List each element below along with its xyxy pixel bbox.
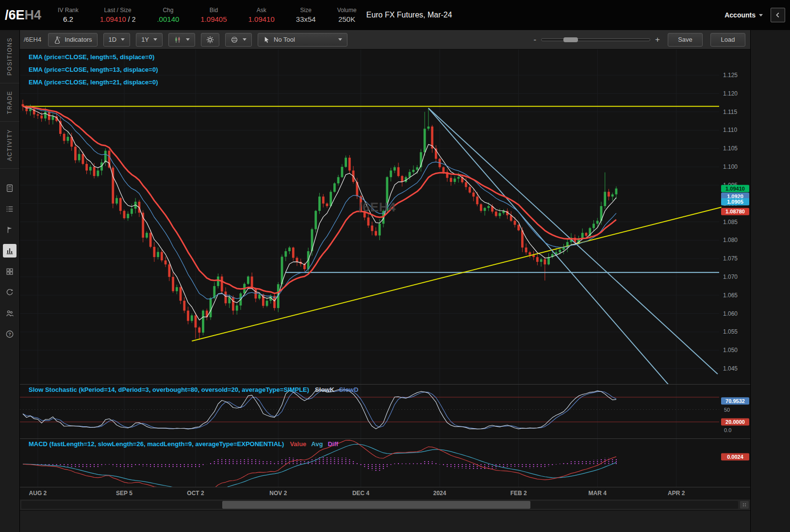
candlestick-series bbox=[22, 100, 618, 340]
macd-panel[interactable]: 0.0024 MACD (fastLength=12, slowLength=2… bbox=[20, 438, 750, 487]
study-label-ema5[interactable]: EMA (price=CLOSE, length=5, displace=0) bbox=[29, 53, 154, 61]
sidebar-tab-label: TRADE bbox=[6, 91, 13, 114]
slowd-label: SlowD bbox=[339, 386, 359, 393]
accounts-menu[interactable]: Accounts bbox=[724, 11, 763, 19]
svg-text:1.120: 1.120 bbox=[723, 90, 738, 97]
x-axis-label: MAR 4 bbox=[589, 490, 607, 497]
quote-field-iv-rank: IV Rank6.2 bbox=[58, 7, 79, 23]
chart-column: /6EH4 Indicators 1D 1Y bbox=[20, 30, 750, 532]
symbol-title: /6E H4 bbox=[5, 8, 41, 23]
chevron-down-icon bbox=[759, 14, 763, 16]
svg-text:1.105: 1.105 bbox=[723, 145, 738, 152]
svg-text:1.110: 1.110 bbox=[723, 127, 737, 133]
time-axis: AUG 2SEP 5OCT 2NOV 2DEC 42024FEB 2MAR 4A… bbox=[20, 487, 750, 500]
sidebar-tab-trade[interactable]: TRADE bbox=[0, 83, 19, 122]
sidebar-help-icon[interactable]: ? bbox=[3, 327, 16, 341]
quote-field-bid: Bid1.09405 bbox=[200, 7, 227, 23]
quote-field-label: Volume bbox=[337, 7, 357, 14]
study-label-macd[interactable]: MACD (fastLength=12, slowLength=26, macd… bbox=[29, 440, 338, 448]
sidebar-list-icon[interactable] bbox=[3, 202, 16, 216]
chart-settings-button[interactable] bbox=[201, 33, 219, 47]
svg-text:1.060: 1.060 bbox=[723, 310, 738, 317]
symbol-watermark: /6EH4 bbox=[359, 200, 396, 215]
x-axis-label: OCT 2 bbox=[187, 490, 204, 497]
macd-value-label: Value bbox=[290, 440, 306, 448]
instrument-description: Euro FX Futures, Mar-24 bbox=[366, 11, 452, 19]
zoom-control: - + bbox=[533, 35, 660, 45]
sidebar-people-icon[interactable] bbox=[3, 306, 16, 320]
price-chart[interactable]: 1.1251.1201.1151.1101.1051.1001.0951.090… bbox=[20, 49, 750, 384]
svg-text:1.075: 1.075 bbox=[723, 255, 738, 262]
save-button[interactable]: Save bbox=[668, 33, 703, 47]
x-axis-label: 2024 bbox=[433, 490, 446, 497]
zoom-slider-handle[interactable] bbox=[563, 37, 578, 42]
quote-field-chg: Chg.00140 bbox=[157, 7, 179, 23]
quote-field-value: 6.2 bbox=[58, 15, 79, 23]
aggregation-dropdown[interactable]: 1D bbox=[103, 33, 131, 47]
svg-text:1.085: 1.085 bbox=[723, 219, 738, 226]
scrollbar-track[interactable] bbox=[21, 501, 738, 509]
zoom-slider[interactable] bbox=[541, 38, 650, 41]
accounts-label: Accounts bbox=[724, 11, 756, 19]
study-label-ema21[interactable]: EMA (price=CLOSE, length=21, displace=0) bbox=[29, 79, 158, 86]
quote-field-label: Size bbox=[296, 7, 316, 14]
stochastic-title: Slow Stochastic (kPeriod=14, dPeriod=3, … bbox=[29, 386, 309, 393]
collapse-panel-button[interactable] bbox=[771, 8, 785, 22]
symbol-month: H4 bbox=[25, 8, 42, 23]
svg-text:?: ? bbox=[8, 332, 11, 337]
svg-text:1.125: 1.125 bbox=[723, 72, 738, 79]
svg-text:70.9532: 70.9532 bbox=[725, 398, 745, 404]
load-label: Load bbox=[721, 36, 735, 43]
sidebar-tab-activity[interactable]: ACTIVITY bbox=[0, 122, 19, 169]
drawings-icon bbox=[230, 36, 238, 44]
sidebar-refresh-icon[interactable] bbox=[3, 286, 16, 299]
chevron-down-icon bbox=[186, 38, 190, 41]
svg-text:1.0905: 1.0905 bbox=[727, 199, 743, 205]
chevron-left-icon bbox=[774, 12, 781, 18]
svg-text:1.100: 1.100 bbox=[723, 163, 738, 170]
scrollbar-corner-button[interactable] bbox=[740, 501, 749, 509]
quote-field-label: Ask bbox=[248, 7, 275, 14]
svg-text:20.0000: 20.0000 bbox=[725, 419, 745, 425]
symbol-root: /6E bbox=[5, 8, 25, 23]
zoom-out-button[interactable]: - bbox=[533, 35, 536, 45]
sidebar-flag-icon[interactable] bbox=[3, 223, 16, 237]
price-panel[interactable]: 1.1251.1201.1151.1101.1051.1001.0951.090… bbox=[20, 49, 750, 384]
range-dropdown[interactable]: 1Y bbox=[136, 33, 163, 47]
svg-text:1.045: 1.045 bbox=[723, 365, 738, 372]
quote-field-value: 33x54 bbox=[296, 15, 316, 23]
stochastic-panel[interactable]: 70.95325020.00000.0 Slow Stochastic (kPe… bbox=[20, 384, 750, 438]
active-tool-dropdown[interactable]: No Tool bbox=[258, 33, 347, 47]
svg-text:1.115: 1.115 bbox=[723, 109, 737, 115]
svg-text:1.070: 1.070 bbox=[723, 274, 738, 280]
study-label-stochastic[interactable]: Slow Stochastic (kPeriod=14, dPeriod=3, … bbox=[29, 386, 359, 393]
chart-style-dropdown[interactable] bbox=[168, 33, 195, 47]
sidebar-tab-positions[interactable]: POSITIONS bbox=[0, 30, 19, 83]
sidebar-grid-icon[interactable] bbox=[3, 265, 16, 278]
drawing-set-dropdown[interactable] bbox=[225, 33, 252, 47]
save-label: Save bbox=[678, 36, 692, 43]
chevron-down-icon bbox=[338, 38, 342, 41]
slowk-label: SlowK bbox=[315, 386, 334, 393]
svg-text:0.0: 0.0 bbox=[724, 427, 731, 433]
svg-text:1.065: 1.065 bbox=[723, 292, 738, 299]
x-axis-label: FEB 2 bbox=[510, 490, 527, 497]
svg-text:1.055: 1.055 bbox=[723, 328, 738, 335]
chart-scrollbar[interactable] bbox=[20, 500, 750, 510]
zoom-in-button[interactable]: + bbox=[655, 35, 660, 45]
quote-field-ask: Ask1.09410 bbox=[248, 7, 275, 23]
macd-diff-label: Diff bbox=[328, 440, 338, 448]
quote-header: /6E H4 IV Rank6.2Last / Size1.09410 / 2C… bbox=[0, 0, 790, 30]
cursor-icon bbox=[263, 36, 270, 43]
chevron-down-icon bbox=[121, 38, 125, 41]
study-label-ema13[interactable]: EMA (price=CLOSE, length=13, displace=0) bbox=[29, 66, 158, 73]
trading-app-window: /6E H4 IV Rank6.2Last / Size1.09410 / 2C… bbox=[0, 0, 790, 532]
sidebar-calculator-icon[interactable] bbox=[3, 181, 16, 195]
scrollbar-handle[interactable] bbox=[222, 501, 530, 509]
sidebar-bar-chart-icon[interactable] bbox=[3, 244, 16, 258]
indicators-button[interactable]: Indicators bbox=[48, 33, 97, 47]
bottom-filler bbox=[20, 510, 750, 532]
load-button[interactable]: Load bbox=[710, 33, 745, 47]
chevron-down-icon bbox=[243, 38, 247, 41]
quote-field-label: Bid bbox=[200, 7, 227, 14]
